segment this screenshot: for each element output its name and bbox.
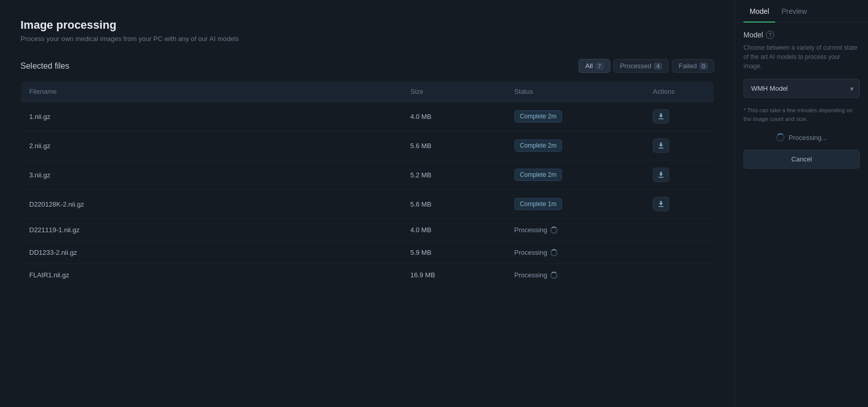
file-status-1: Complete 2m	[506, 102, 645, 131]
file-name-3: 3.nii.gz	[21, 160, 402, 190]
model-label-row: Model ?	[743, 31, 860, 39]
panel-tabs: Model Preview	[735, 0, 868, 23]
filter-failed[interactable]: Failed 0	[672, 59, 714, 73]
download-button-4[interactable]	[653, 197, 669, 211]
processing-spinner-icon	[776, 133, 784, 141]
filter-all-count: 7	[595, 63, 604, 70]
download-button-1[interactable]	[653, 109, 669, 124]
file-size-3: 5.2 MB	[402, 160, 506, 190]
file-actions-4	[645, 190, 714, 219]
spinner-icon	[550, 272, 557, 279]
file-actions-5	[645, 219, 714, 241]
table-row: D221119-1.nii.gz4.0 MBProcessing	[21, 219, 714, 241]
col-header-size: Size	[402, 82, 506, 102]
table-header-row: Filename Size Status Actions	[21, 82, 714, 102]
file-size-2: 5.6 MB	[402, 131, 506, 160]
file-name-4: D220128K-2.nii.gz	[21, 190, 402, 219]
status-badge-processing: Processing	[514, 271, 557, 279]
status-badge-processing: Processing	[514, 226, 557, 234]
file-name-2: 2.nii.gz	[21, 131, 402, 160]
file-name-7: FLAIR1.nii.gz	[21, 264, 402, 287]
file-size-1: 4.0 MB	[402, 102, 506, 131]
section-header: Selected files All 7 Processed 4 Failed …	[20, 59, 714, 73]
status-badge-processing: Processing	[514, 249, 557, 256]
file-actions-3	[645, 160, 714, 190]
section-title: Selected files	[20, 62, 69, 71]
filter-processed[interactable]: Processed 4	[613, 59, 669, 73]
processing-text: Processing	[514, 249, 547, 256]
col-header-actions: Actions	[645, 82, 714, 102]
file-actions-1	[645, 102, 714, 131]
status-badge-complete: Complete 2m	[514, 110, 562, 123]
table-row: 3.nii.gz5.2 MBComplete 2m	[21, 160, 714, 190]
spinner-icon	[550, 227, 557, 234]
processing-text: Processing	[514, 226, 547, 234]
filter-processed-label: Processed	[620, 62, 651, 70]
file-table: Filename Size Status Actions 1.nii.gz4.0…	[20, 81, 714, 287]
filter-processed-count: 4	[654, 63, 662, 70]
download-button-2[interactable]	[653, 138, 669, 153]
file-table-body: 1.nii.gz4.0 MBComplete 2m2.nii.gz5.6 MBC…	[21, 102, 714, 287]
right-panel: Model Preview Model ? Choose between a v…	[735, 0, 868, 407]
filter-all-label: All	[585, 62, 592, 70]
cancel-button[interactable]: Cancel	[743, 150, 860, 169]
spinner-icon	[550, 249, 557, 256]
processing-label: Processing...	[789, 134, 827, 141]
table-row: D220128K-2.nii.gz5.6 MBComplete 1m	[21, 190, 714, 219]
status-badge-complete: Complete 2m	[514, 139, 562, 152]
filter-tabs: All 7 Processed 4 Failed 0	[578, 59, 714, 73]
file-status-5: Processing	[506, 219, 645, 241]
svg-rect-2	[658, 177, 664, 178]
filter-failed-count: 0	[699, 63, 708, 70]
svg-rect-1	[658, 148, 664, 149]
file-actions-6	[645, 241, 714, 264]
table-row: FLAIR1.nii.gz16.9 MBProcessing	[21, 264, 714, 287]
col-header-filename: Filename	[21, 82, 402, 102]
file-name-5: D221119-1.nii.gz	[21, 219, 402, 241]
file-actions-7	[645, 264, 714, 287]
model-help-icon[interactable]: ?	[766, 31, 774, 39]
file-size-4: 5.6 MB	[402, 190, 506, 219]
svg-rect-0	[658, 118, 664, 119]
tab-preview[interactable]: Preview	[775, 0, 813, 23]
model-description: Choose between a variety of current stat…	[743, 43, 860, 71]
main-content: Image processing Process your own medica…	[0, 0, 735, 407]
panel-note: * This can take a few minutes depending …	[743, 106, 860, 123]
file-status-7: Processing	[506, 264, 645, 287]
filter-failed-label: Failed	[678, 62, 696, 70]
model-select[interactable]: WMH Model	[743, 79, 860, 98]
page-subtitle: Process your own medical images from you…	[20, 35, 714, 43]
file-size-6: 5.9 MB	[402, 241, 506, 264]
file-actions-2	[645, 131, 714, 160]
file-status-4: Complete 1m	[506, 190, 645, 219]
svg-rect-3	[658, 206, 664, 207]
file-status-2: Complete 2m	[506, 131, 645, 160]
status-badge-complete: Complete 1m	[514, 198, 562, 210]
file-name-6: DD1233-2.nii.gz	[21, 241, 402, 264]
file-size-5: 4.0 MB	[402, 219, 506, 241]
processing-status: Processing...	[743, 133, 860, 141]
tab-model[interactable]: Model	[743, 0, 775, 23]
file-name-1: 1.nii.gz	[21, 102, 402, 131]
table-row: DD1233-2.nii.gz5.9 MBProcessing	[21, 241, 714, 264]
file-status-6: Processing	[506, 241, 645, 264]
file-status-3: Complete 2m	[506, 160, 645, 190]
download-button-3[interactable]	[653, 168, 669, 182]
status-badge-complete: Complete 2m	[514, 169, 562, 181]
processing-text: Processing	[514, 271, 547, 279]
model-label: Model	[743, 31, 763, 39]
page-title: Image processing	[20, 18, 714, 32]
table-row: 2.nii.gz5.6 MBComplete 2m	[21, 131, 714, 160]
filter-all[interactable]: All 7	[578, 59, 610, 73]
panel-content: Model ? Choose between a variety of curr…	[735, 23, 868, 407]
file-size-7: 16.9 MB	[402, 264, 506, 287]
col-header-status: Status	[506, 82, 645, 102]
model-select-wrapper: WMH Model ▾	[743, 79, 860, 98]
table-row: 1.nii.gz4.0 MBComplete 2m	[21, 102, 714, 131]
